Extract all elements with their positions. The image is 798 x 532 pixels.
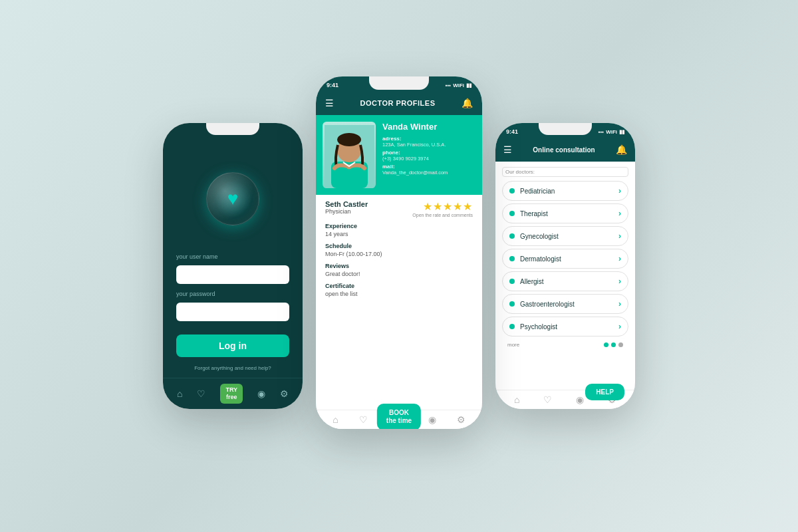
consult-header-bar: ☰ Online consultation 🔔 [495, 138, 635, 162]
doctor-name-specialty: Seth Castler Physician [325, 200, 368, 215]
doctor-info: Vanda Winter adress: 123A, San Francisco… [382, 122, 475, 188]
svg-point-3 [337, 133, 361, 146]
username-label: your user name [176, 253, 218, 260]
chevron-therapist: › [618, 209, 621, 218]
chevron-gynecologist: › [618, 231, 621, 241]
login-button[interactable]: Log in [176, 334, 289, 357]
hamburger-icon-center[interactable]: ☰ [325, 98, 334, 108]
profile-icon-left[interactable]: ◉ [257, 388, 265, 399]
chevron-allergist: › [618, 277, 621, 286]
specialty-item-allergist[interactable]: Allergist › [502, 271, 628, 291]
try-free-button[interactable]: TRY free [220, 384, 243, 404]
dot-gastroenterologist [509, 301, 515, 307]
notch-right [539, 123, 592, 135]
phone-block: phone: (+3) 3490 9029 3974 [382, 150, 475, 162]
dot-therapist [509, 211, 515, 216]
more-text: more [507, 342, 519, 348]
specialty-label-gastroenterologist: Gastroenterologist [520, 301, 575, 308]
settings-icon-left[interactable]: ⚙ [280, 388, 289, 399]
profile-header-title: DOCTOR PROFILES [360, 99, 435, 107]
certificate-section: Certificate open the list [325, 283, 473, 297]
consult-bottom-nav: ⌂ ♡ HELP ◉ ⚙ [495, 390, 635, 409]
favorites-icon-right[interactable]: ♡ [543, 394, 552, 405]
chevron-psychologist: › [618, 322, 621, 331]
login-phone: 9:41 ▪▪▪ WiFi ▮▮ ♥ your user name your p… [163, 123, 303, 409]
time-center: 9:41 [327, 82, 338, 88]
our-doctors-label: Our doctors: [502, 167, 628, 177]
login-screen: 9:41 ▪▪▪ WiFi ▮▮ ♥ your user name your p… [163, 123, 303, 409]
home-icon-left[interactable]: ⌂ [177, 388, 182, 399]
notch-left [206, 123, 259, 135]
heart-icon: ♥ [227, 188, 239, 209]
profile-header-bar: ☰ DOCTOR PROFILES 🔔 [316, 91, 482, 115]
experience-section: Experience 14 years [325, 223, 473, 237]
login-nav: ⌂ ♡ TRY free ◉ ⚙ [163, 378, 303, 409]
phones-container: 9:41 ▪▪▪ WiFi ▮▮ ♥ your user name your p… [163, 103, 635, 429]
specialty-item-psychologist[interactable]: Psychologist › [502, 317, 628, 336]
bell-icon-right[interactable]: 🔔 [616, 144, 627, 155]
time-right: 9:41 [506, 128, 518, 135]
book-button[interactable]: BOOK the time [377, 404, 421, 429]
schedule-section: Schedule Mon-Fr (10.00-17.00) [325, 243, 473, 257]
dot-dermatologist [509, 256, 515, 261]
username-input[interactable] [176, 265, 289, 284]
specialty-item-gynecologist[interactable]: Gynecologist › [502, 226, 628, 246]
status-icons-right: ▪▪▪ WiFi ▮▮ [598, 129, 624, 135]
address-block: adress: 123A, San Francisco, U.S.A. [382, 136, 475, 148]
page-dot-1[interactable] [604, 342, 608, 347]
specialty-item-gastroenterologist[interactable]: Gastroenterologist › [502, 294, 628, 314]
password-label: your password [176, 291, 215, 297]
password-input[interactable] [176, 303, 289, 321]
rate-text: Open the rate and comments [412, 213, 473, 217]
consultation-phone: 9:41 ▪▪▪ WiFi ▮▮ ☰ Online consultation 🔔… [495, 123, 635, 409]
profile-phone: 9:41 ▪▪▪ WiFi ▮▮ ☰ DOCTOR PROFILES 🔔 [316, 76, 482, 429]
doctor-photo [323, 122, 376, 188]
chevron-dermatologist: › [618, 254, 621, 263]
dot-pediatrician [509, 188, 515, 194]
mail-block: mail: Vanda_the_doctor@mail.com [382, 164, 475, 176]
profile-body: Seth Castler Physician ★★★★★ Open the ra… [316, 195, 482, 410]
page-dot-2[interactable] [611, 342, 616, 347]
more-row: more [502, 339, 628, 350]
specialty-label-gynecologist: Gynecologist [520, 233, 559, 240]
logo-area: ♥ [206, 138, 259, 253]
settings-icon-center[interactable]: ⚙ [457, 414, 466, 425]
dot-gynecologist [509, 233, 515, 239]
dot-psychologist [509, 324, 515, 329]
doctor-card: Vanda Winter adress: 123A, San Francisco… [316, 115, 482, 195]
specialty-item-therapist[interactable]: Therapist › [502, 203, 628, 223]
specialty-label-psychologist: Psychologist [520, 323, 557, 331]
specialty-item-pediatrician[interactable]: Pediatrician › [502, 181, 628, 201]
logo-bubble: ♥ [206, 172, 259, 225]
stars-display[interactable]: ★★★★★ [412, 200, 473, 213]
reviews-section: Reviews Great doctor! [325, 263, 473, 277]
chevron-gastroenterologist: › [618, 299, 621, 309]
help-button[interactable]: HELP [585, 384, 624, 400]
consult-header-title: Online consultation [533, 146, 595, 154]
profile-bottom-nav: ⌂ ♡ BOOK the time ◉ ⚙ [316, 410, 482, 429]
bell-icon-center[interactable]: 🔔 [462, 98, 473, 108]
doctor-card-name: Vanda Winter [382, 122, 475, 132]
status-icons-center: ▪▪▪ WiFi ▮▮ [446, 82, 471, 88]
consult-screen: 9:41 ▪▪▪ WiFi ▮▮ ☰ Online consultation 🔔… [495, 123, 635, 409]
notch-center [369, 76, 429, 90]
home-icon-right[interactable]: ⌂ [514, 394, 519, 405]
favorites-icon-left[interactable]: ♡ [197, 388, 205, 399]
doctor-specialty: Physician [325, 208, 368, 215]
favorites-icon-center[interactable]: ♡ [359, 414, 368, 425]
profile-screen: 9:41 ▪▪▪ WiFi ▮▮ ☰ DOCTOR PROFILES 🔔 [316, 76, 482, 429]
profile-icon-right[interactable]: ◉ [576, 394, 584, 405]
specialty-label-therapist: Therapist [520, 210, 548, 217]
profile-icon-center[interactable]: ◉ [428, 414, 436, 425]
home-icon-center[interactable]: ⌂ [332, 414, 338, 425]
forgot-text: Forgot anyrthing and need help? [194, 365, 271, 371]
dot-allergist [509, 279, 515, 284]
specialty-item-dermatologist[interactable]: Dermatologist › [502, 249, 628, 269]
specialty-label-allergist: Allergist [520, 278, 544, 285]
pagination-dots [604, 342, 623, 347]
page-dot-3[interactable] [618, 342, 623, 347]
doctor-name-row: Seth Castler Physician ★★★★★ Open the ra… [325, 200, 473, 217]
hamburger-icon-right[interactable]: ☰ [503, 144, 512, 155]
doctor-full-name: Seth Castler [325, 200, 368, 208]
consult-body: Our doctors: Pediatrician › Therapist › [495, 162, 635, 390]
